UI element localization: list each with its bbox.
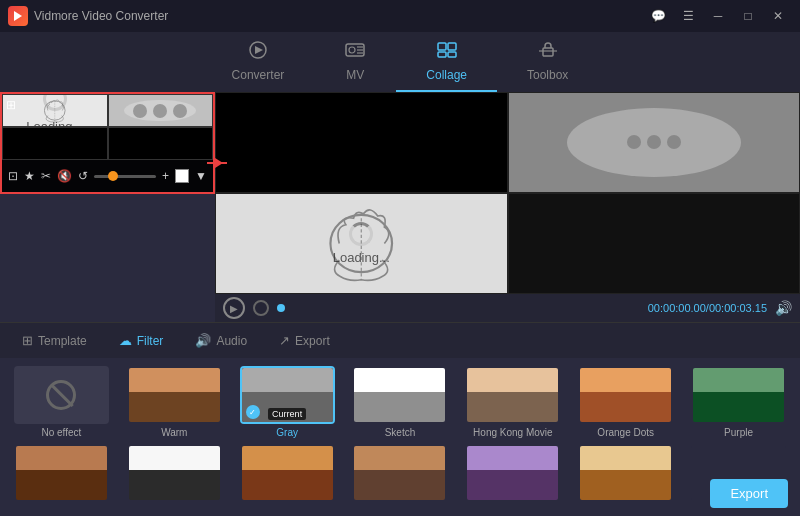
svg-rect-8	[438, 43, 446, 50]
nav-collage-label: Collage	[426, 68, 467, 82]
plus-icon[interactable]: +	[162, 169, 169, 183]
converter-icon	[247, 41, 269, 64]
app-title: Vidmore Video Converter	[34, 9, 168, 23]
export-tab-icon: ↗	[279, 333, 290, 348]
left-video-section: ⊞ Loading...	[0, 92, 215, 322]
bubble-dot-1	[133, 104, 147, 118]
filter-r2-5[interactable]	[459, 444, 566, 505]
title-bar-controls: 💬 ☰ ─ □ ✕	[644, 6, 792, 26]
bubble-dots-tr	[133, 104, 187, 118]
title-bar-left: Vidmore Video Converter	[8, 6, 168, 26]
toolbox-icon	[537, 41, 559, 64]
svg-point-4	[349, 47, 355, 53]
right-bubble-dot-3	[667, 135, 681, 149]
filter-purple[interactable]: Purple	[685, 366, 792, 438]
color-box[interactable]	[175, 169, 189, 183]
dropdown-icon[interactable]: ▼	[195, 169, 207, 183]
timeline-slider[interactable]	[94, 175, 156, 178]
right-cell-tl	[215, 92, 508, 193]
filter-grid-row1: No effect Warm Current ✓ Gray	[8, 366, 792, 438]
right-bubble-dot-2	[647, 135, 661, 149]
nav-collage[interactable]: Collage	[396, 33, 497, 92]
scissors-icon[interactable]: ✂	[41, 169, 51, 183]
nav-toolbox[interactable]: Toolbox	[497, 33, 598, 92]
stop-button[interactable]	[253, 300, 269, 316]
crop-icon[interactable]: ⊡	[8, 169, 18, 183]
template-icon: ⊞	[22, 333, 33, 348]
tab-filter[interactable]: ☁ Filter	[105, 328, 178, 353]
chat-button[interactable]: 💬	[644, 6, 672, 26]
filter-label-sketch: Sketch	[385, 427, 416, 438]
right-bubble-dot-1	[627, 135, 641, 149]
volume-icon[interactable]: 🔇	[57, 169, 72, 183]
filter-orange-dots[interactable]: Orange Dots	[572, 366, 679, 438]
video-cell-top-left: Loading...	[2, 94, 108, 127]
export-button[interactable]: Export	[710, 479, 788, 508]
nav-converter[interactable]: Converter	[202, 33, 315, 92]
filter-label-gray: Gray	[276, 427, 298, 438]
svg-marker-0	[14, 11, 22, 21]
filter-no-effect[interactable]: No effect	[8, 366, 115, 438]
app-logo	[8, 6, 28, 26]
menu-button[interactable]: ☰	[674, 6, 702, 26]
bubble-dot-3	[173, 104, 187, 118]
nav-mv-label: MV	[346, 68, 364, 82]
tab-export-label: Export	[295, 334, 330, 348]
video-cell-bottom-right	[108, 127, 214, 160]
svg-rect-10	[438, 52, 446, 57]
filter-r2-3[interactable]	[234, 444, 341, 505]
progress-indicator[interactable]	[277, 304, 285, 312]
maximize-button[interactable]: □	[734, 6, 762, 26]
tab-audio-label: Audio	[216, 334, 247, 348]
close-button[interactable]: ✕	[764, 6, 792, 26]
nav-converter-label: Converter	[232, 68, 285, 82]
brain-bg-tl: Loading...	[3, 95, 107, 126]
tab-template[interactable]: ⊞ Template	[8, 328, 101, 353]
filter-thumb-r2-2	[127, 444, 222, 502]
volume-control[interactable]: 🔊	[775, 300, 792, 316]
filter-thumb-r2-6	[578, 444, 673, 502]
timeline-thumb	[108, 171, 118, 181]
filter-thumb-r2-5	[465, 444, 560, 502]
play-button[interactable]: ▶	[223, 297, 245, 319]
filter-thumb-purple	[691, 366, 786, 424]
tab-filter-label: Filter	[137, 334, 164, 348]
filter-warm[interactable]: Warm	[121, 366, 228, 438]
red-arrow	[207, 162, 227, 164]
bubble-bg-tr	[109, 95, 213, 126]
filter-label-orange: Orange Dots	[597, 427, 654, 438]
tab-audio[interactable]: 🔊 Audio	[181, 328, 261, 353]
filter-thumb-orange	[578, 366, 673, 424]
star-icon[interactable]: ★	[24, 169, 35, 183]
timestamp: 00:00:00.00/00:00:03.15	[648, 302, 767, 314]
right-cell-bl: Loading...	[215, 193, 508, 294]
filter-thumb-r2-4	[352, 444, 447, 502]
filter-label-no-effect: No effect	[42, 427, 82, 438]
export-area: Export	[710, 479, 788, 508]
filter-label-warm: Warm	[161, 427, 187, 438]
minimize-button[interactable]: ─	[704, 6, 732, 26]
filter-r2-4[interactable]	[347, 444, 454, 505]
filter-thumb-r2-1	[14, 444, 109, 502]
filter-r2-1[interactable]	[8, 444, 115, 505]
reset-icon[interactable]: ↺	[78, 169, 88, 183]
svg-rect-11	[448, 52, 456, 57]
video-cell-top-right	[108, 94, 214, 127]
bubble-dots-right	[627, 135, 681, 149]
filter-hk-movie[interactable]: Hong Kong Movie	[459, 366, 566, 438]
svg-rect-12	[543, 48, 553, 56]
filter-r2-2[interactable]	[121, 444, 228, 505]
filter-r2-6[interactable]	[572, 444, 679, 505]
nav-mv[interactable]: MV	[314, 33, 396, 92]
filter-thumb-r2-3	[240, 444, 335, 502]
tab-export[interactable]: ↗ Export	[265, 328, 344, 353]
left-panel: ⊞ Loading...	[0, 92, 215, 194]
filter-gray[interactable]: Current ✓ Gray	[234, 366, 341, 438]
filter-sketch[interactable]: Sketch	[347, 366, 454, 438]
check-badge: ✓	[246, 405, 260, 419]
right-video-area: Loading... ▶	[215, 92, 800, 322]
tabs-row: ⊞ Template ☁ Filter 🔊 Audio ↗ Export	[0, 322, 800, 358]
controls-bar: ⊡ ★ ✂ 🔇 ↺ + ▼	[2, 160, 213, 192]
bubble-dot-2	[153, 104, 167, 118]
tab-template-label: Template	[38, 334, 87, 348]
